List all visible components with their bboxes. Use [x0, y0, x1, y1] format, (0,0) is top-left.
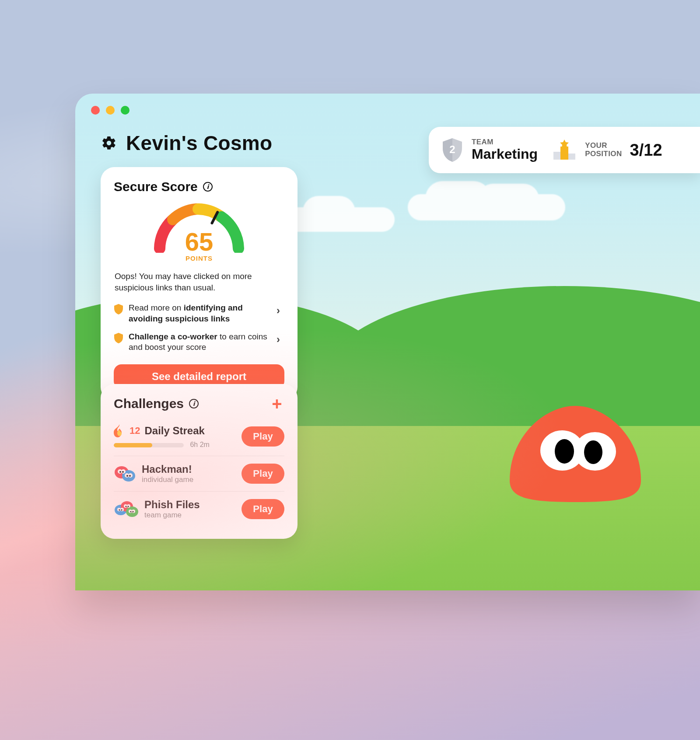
svg-point-10 — [122, 471, 124, 473]
minimize-icon[interactable] — [106, 106, 115, 115]
play-button[interactable]: Play — [242, 426, 284, 447]
position-label: YOUR — [585, 142, 622, 150]
challenge-row: Hackman! individual game Play — [114, 456, 284, 491]
svg-point-24 — [119, 509, 120, 510]
play-button[interactable]: Play — [242, 499, 284, 519]
score-message: Oops! You may have clicked on more suspi… — [115, 271, 284, 293]
position-value: 3/12 — [630, 141, 662, 160]
streak-count: 12 — [130, 425, 140, 436]
svg-point-32 — [555, 439, 574, 464]
header: Kevin's Cosmo — [101, 131, 272, 155]
position-stat: YOUR POSITION 3/12 — [552, 139, 662, 161]
svg-rect-2 — [553, 152, 560, 160]
cosmo-mascot — [503, 402, 648, 506]
score-unit: POINTS — [186, 255, 213, 262]
fullscreen-icon[interactable] — [121, 106, 130, 115]
add-challenge-button[interactable]: + — [270, 396, 284, 411]
gear-icon[interactable] — [101, 135, 117, 151]
page-title: Kevin's Cosmo — [126, 131, 272, 155]
svg-point-28 — [130, 511, 131, 512]
scene-cloud — [281, 207, 395, 232]
streak-progress — [114, 443, 184, 447]
svg-point-29 — [132, 511, 133, 512]
team-position-pill[interactable]: 2 TEAM Marketing YOUR POSITION 3/12 — [429, 127, 700, 173]
suggestion-text: Read more on identifying and avoiding su… — [129, 303, 271, 324]
challenge-name: Hackman! — [142, 463, 193, 475]
svg-point-25 — [121, 509, 122, 510]
svg-point-9 — [119, 471, 121, 473]
characters-icon — [114, 465, 136, 482]
svg-point-27 — [127, 506, 129, 507]
challenge-subtitle: individual game — [142, 475, 193, 484]
app-window: Kevin's Cosmo 2 TEAM Marketing YOUR — [75, 94, 700, 590]
chevron-right-icon: › — [276, 333, 284, 346]
shield-icon — [114, 304, 123, 315]
challenge-subtitle: team game — [144, 511, 200, 520]
svg-point-26 — [125, 506, 126, 507]
secure-score-card: Secure Score 65 POINTS Oops — [101, 167, 298, 401]
suggestion-link[interactable]: Challenge a co-worker to earn coins and … — [114, 328, 284, 356]
challenge-name: Daily Streak — [144, 425, 204, 437]
team-stat: 2 TEAM Marketing — [441, 137, 538, 163]
position-label: POSITION — [585, 150, 622, 158]
card-title: Secure Score — [114, 179, 284, 194]
info-icon[interactable] — [203, 182, 213, 192]
svg-rect-3 — [568, 154, 575, 160]
suggestion-text: Challenge a co-worker to earn coins and … — [129, 332, 271, 353]
challenge-list: 12 Daily Streak 6h 2m Play — [114, 417, 284, 527]
challenge-row: Phish Files team game Play — [114, 491, 284, 527]
suggestion-link[interactable]: Read more on identifying and avoiding su… — [114, 299, 284, 328]
team-label: TEAM — [472, 138, 538, 147]
play-button[interactable]: Play — [242, 464, 284, 484]
info-icon[interactable] — [189, 399, 199, 408]
svg-point-14 — [129, 475, 131, 477]
gauge: 65 POINTS — [114, 200, 284, 262]
team-name: Marketing — [472, 147, 538, 162]
svg-point-13 — [126, 475, 128, 477]
svg-point-33 — [584, 440, 602, 464]
podium-icon — [552, 139, 577, 161]
window-controls — [91, 106, 130, 115]
chevron-right-icon: › — [276, 304, 284, 317]
svg-text:2: 2 — [449, 143, 455, 155]
svg-rect-1 — [560, 147, 568, 160]
challenges-card: Challenges + 12 Daily Streak — [101, 384, 298, 539]
streak-time-left: 6h 2m — [190, 441, 209, 448]
challenge-row: 12 Daily Streak 6h 2m Play — [114, 417, 284, 456]
shield-icon: 2 — [441, 137, 464, 163]
shield-icon — [114, 332, 123, 344]
fire-icon — [114, 424, 125, 437]
characters-icon — [114, 500, 138, 518]
card-title: Challenges — [114, 396, 199, 411]
challenge-name: Phish Files — [144, 499, 200, 511]
scene-cloud — [408, 194, 565, 220]
close-icon[interactable] — [91, 106, 100, 115]
